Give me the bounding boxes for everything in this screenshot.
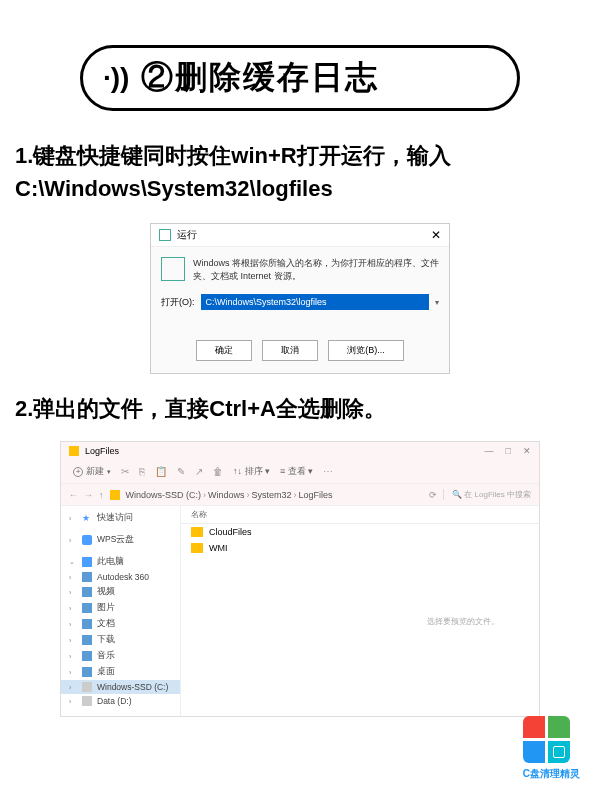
folder-item[interactable]: CloudFiles	[181, 524, 539, 540]
browse-button[interactable]: 浏览(B)...	[328, 340, 404, 361]
step1-text: 1.键盘快捷键同时按住win+R打开运行，输入C:\Windows\System…	[0, 131, 600, 213]
close-button[interactable]: ✕	[523, 446, 531, 456]
sidebar-item[interactable]: ›图片	[61, 600, 180, 616]
paste-icon[interactable]: 📋	[155, 466, 167, 477]
sidebar-quick-access[interactable]: ›★快速访问	[61, 510, 180, 526]
copy-icon[interactable]: ⎘	[139, 466, 145, 477]
explorer-content: 名称 CloudFiles WMI 选择要预览的文件。	[181, 506, 539, 716]
sidebar-item-selected[interactable]: ›Windows-SSD (C:)	[61, 680, 180, 694]
sidebar-item[interactable]: ›文档	[61, 616, 180, 632]
cut-icon[interactable]: ✂	[121, 466, 129, 477]
explorer-toolbar: +新建▾ ✂ ⎘ 📋 ✎ ↗ 🗑 ↑↓ 排序 ▾ ≡ 查看 ▾ ⋯	[61, 460, 539, 484]
view-button[interactable]: ≡ 查看 ▾	[280, 465, 313, 478]
trash-icon	[553, 746, 565, 758]
logo-tile-red	[523, 716, 545, 738]
sidebar-item[interactable]: ›Data (D:)	[61, 694, 180, 708]
refresh-icon[interactable]: ⟳	[429, 490, 437, 500]
back-button[interactable]: ←	[69, 490, 78, 500]
run-input[interactable]: C:\Windows\System32\logfiles	[201, 294, 430, 310]
share-icon[interactable]: ↗	[195, 466, 203, 477]
sound-icon: ·))	[103, 62, 129, 94]
folder-icon	[69, 446, 79, 456]
folder-icon	[191, 527, 203, 537]
sidebar-item[interactable]: ›下载	[61, 632, 180, 648]
sidebar-pc[interactable]: ⌄此电脑	[61, 554, 180, 570]
ok-button[interactable]: 确定	[196, 340, 252, 361]
rename-icon[interactable]: ✎	[177, 466, 185, 477]
run-dialog-titlebar: 运行 ✕	[151, 224, 449, 247]
logo-tile-blue	[523, 741, 545, 763]
forward-button[interactable]: →	[84, 490, 93, 500]
minimize-button[interactable]: —	[485, 446, 494, 456]
run-dialog-title: 运行	[177, 228, 197, 242]
breadcrumb-path[interactable]: Windows-SSD (C:)›Windows›System32›LogFil…	[126, 490, 424, 500]
folder-icon	[191, 543, 203, 553]
cancel-button[interactable]: 取消	[262, 340, 318, 361]
close-button[interactable]: ✕	[431, 228, 441, 242]
more-icon[interactable]: ⋯	[323, 466, 333, 477]
new-button[interactable]: +新建▾	[73, 465, 111, 478]
column-header[interactable]: 名称	[181, 506, 539, 524]
step2-text: 2.弹出的文件，直接Ctrl+A全选删除。	[0, 384, 600, 433]
explorer-sidebar: ›★快速访问 ›WPS云盘 ⌄此电脑 ›Autodesk 360 ›视频 ›图片…	[61, 506, 181, 716]
delete-icon[interactable]: 🗑	[213, 466, 223, 477]
explorer-title: LogFiles	[85, 446, 119, 456]
preview-empty-msg: 选择要预览的文件。	[427, 616, 499, 627]
folder-item[interactable]: WMI	[181, 540, 539, 556]
maximize-button[interactable]: □	[506, 446, 511, 456]
run-description: Windows 将根据你所输入的名称，为你打开相应的程序、文件夹、文档或 Int…	[193, 257, 439, 282]
logo-text: C盘清理精灵	[523, 767, 580, 781]
open-label: 打开(O):	[161, 296, 195, 309]
sidebar-item[interactable]: ›视频	[61, 584, 180, 600]
header-title: ②删除缓存日志	[141, 56, 379, 100]
sidebar-wps[interactable]: ›WPS云盘	[61, 532, 180, 548]
header-badge: ·)) ②删除缓存日志	[80, 45, 520, 111]
run-dialog: 运行 ✕ Windows 将根据你所输入的名称，为你打开相应的程序、文件夹、文档…	[150, 223, 450, 374]
up-button[interactable]: ↑	[99, 490, 104, 500]
sidebar-item[interactable]: ›音乐	[61, 648, 180, 664]
run-app-icon	[161, 257, 185, 281]
folder-icon	[110, 490, 120, 500]
dropdown-icon[interactable]: ▾	[435, 298, 439, 307]
sidebar-item[interactable]: ›Autodesk 360	[61, 570, 180, 584]
file-explorer: LogFiles — □ ✕ +新建▾ ✂ ⎘ 📋 ✎ ↗ 🗑 ↑↓ 排序 ▾ …	[60, 441, 540, 717]
app-logo: C盘清理精灵	[523, 716, 580, 781]
breadcrumb: ← → ↑ Windows-SSD (C:)›Windows›System32›…	[61, 484, 539, 506]
run-icon	[159, 229, 171, 241]
logo-tile-green	[548, 716, 570, 738]
search-input[interactable]: 🔍 在 LogFiles 中搜索	[443, 489, 531, 500]
logo-tile-teal	[548, 741, 570, 763]
sort-button[interactable]: ↑↓ 排序 ▾	[233, 465, 270, 478]
sidebar-item[interactable]: ›桌面	[61, 664, 180, 680]
explorer-titlebar: LogFiles — □ ✕	[61, 442, 539, 460]
